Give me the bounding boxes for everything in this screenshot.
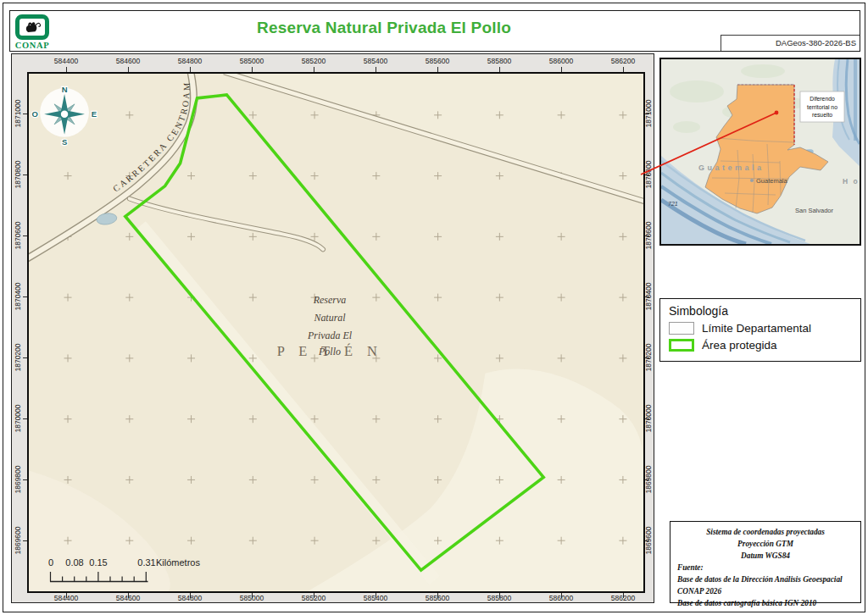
grid-label-y-left: 1870800: [14, 160, 22, 188]
grid-label-x-top: 585200: [302, 57, 326, 65]
datum-line: Datum WGS84: [677, 551, 854, 562]
grid-label-x-top: 586200: [611, 57, 635, 65]
grid-tick: [23, 296, 27, 297]
protected-area-swatch: [669, 339, 694, 352]
compass-rose-icon: N S E O: [31, 85, 97, 147]
grid-tick: [623, 593, 624, 598]
grid-label-y-left: 1871000: [14, 99, 22, 127]
scalebar-label-015: 0.15: [89, 557, 107, 568]
grid-label-x-top: 585000: [240, 57, 264, 65]
source-line-1: Base de datos de la Dirección Análisis G…: [677, 574, 854, 586]
svg-text:Pollo: Pollo: [318, 346, 341, 357]
svg-text:territorial no: territorial no: [807, 104, 837, 110]
grid-tick: [23, 175, 27, 175]
grid-tick: [252, 67, 253, 72]
svg-text:resuelto: resuelto: [812, 112, 832, 118]
svg-text:E: E: [92, 109, 97, 119]
inset-country-label: Guatemala: [698, 163, 765, 172]
legend-box: Simbología Límite Departamental Área pro…: [659, 298, 861, 362]
grid-label-x-top: 585600: [426, 57, 449, 65]
grid-tick: [376, 67, 376, 72]
grid-tick: [499, 67, 500, 72]
scalebar-label-008: 0.08: [65, 557, 83, 568]
header-bar: CONAP Reserva Natural Privada El Pollo D…: [9, 10, 860, 52]
svg-text:Natural: Natural: [313, 312, 346, 324]
page-title: Reserva Natural Privada El Pollo: [10, 19, 758, 37]
grid-label-y-left: 1870000: [14, 404, 22, 432]
source-heading: Fuente:: [677, 562, 854, 574]
grid-tick: [66, 67, 67, 72]
inset-road-number: 721: [668, 201, 678, 207]
grid-tick: [645, 418, 649, 419]
grid-label-x-top: 584600: [116, 57, 140, 65]
scalebar: [49, 569, 151, 583]
svg-text:O: O: [31, 109, 37, 119]
map-drawing: CARRETERA CENTROAME P E T É N Reserva Na…: [29, 74, 643, 591]
grid-tick: [645, 357, 649, 358]
grid-tick: [645, 540, 649, 541]
inset-san-salvador-label: San Salvador: [795, 207, 834, 214]
grid-tick: [252, 593, 253, 598]
inset-locator-map: Diferendo territorial no resuelto Guatem…: [659, 58, 861, 246]
crs-line: Sistema de coordenadas proyectadas: [677, 527, 854, 539]
legend-item-label: Área protegida: [702, 339, 777, 352]
grid-tick: [645, 235, 649, 236]
grid-tick: [23, 235, 27, 236]
grid-label-x-top: 585400: [364, 57, 387, 65]
grid-tick: [376, 593, 376, 598]
map-layout-page: CONAP Reserva Natural Privada El Pollo D…: [0, 0, 868, 615]
legend-item-label: Límite Departamental: [702, 322, 811, 335]
grid-label-x-top: 585800: [487, 57, 511, 65]
projection-line: Proyección GTM: [677, 539, 854, 551]
scalebar-label-031: 0.31: [137, 557, 155, 568]
credits-box: Sistema de coordenadas proyectadas Proye…: [670, 521, 861, 603]
grid-tick: [23, 540, 27, 541]
grid-tick: [645, 114, 649, 114]
grid-tick: [128, 67, 129, 72]
map-frame: CARRETERA CENTROAME P E T É N Reserva Na…: [11, 53, 654, 603]
grid-tick: [23, 479, 27, 480]
grid-tick: [23, 114, 27, 114]
grid-tick: [499, 593, 500, 598]
grid-tick: [561, 67, 562, 72]
document-id: DAGeos-380-2026-BS: [721, 35, 860, 51]
grid-tick: [437, 593, 438, 598]
svg-text:Reserva: Reserva: [313, 294, 347, 306]
conap-logo-label: CONAP: [10, 41, 54, 50]
grid-label-y-left: 1870200: [14, 343, 22, 371]
grid-tick: [190, 67, 191, 72]
grid-tick: [645, 296, 649, 297]
legend-title: Simbología: [669, 304, 852, 318]
source-line-3: Base de datos cartografía básica IGN 201…: [677, 598, 854, 610]
grid-tick: [23, 418, 27, 419]
grid-tick: [623, 67, 624, 72]
inset-capital-dot: [750, 179, 754, 182]
grid-label-x-top: 584800: [178, 57, 202, 65]
legend-item-protected-area: Área protegida: [669, 339, 852, 352]
legend-item-departmental: Límite Departamental: [669, 322, 852, 335]
grid-label-y-left: 1870400: [14, 282, 22, 310]
grid-label-y-left: 1869800: [14, 465, 22, 493]
grid-tick: [23, 357, 27, 358]
grid-label-y-left: 1870600: [14, 221, 22, 249]
grid-tick: [66, 593, 67, 598]
grid-tick: [561, 593, 562, 598]
map-canvas: CARRETERA CENTROAME P E T É N Reserva Na…: [27, 72, 645, 593]
grid-tick: [645, 479, 649, 480]
grid-label-x-top: 584400: [54, 57, 78, 65]
inset-honduras-label: H o: [843, 177, 860, 186]
svg-text:Privada El: Privada El: [307, 330, 353, 341]
grid-tick: [314, 67, 314, 72]
svg-text:N: N: [62, 85, 68, 94]
grid-label-y-left: 1869600: [14, 526, 22, 554]
departmental-boundary-swatch: [669, 322, 694, 335]
scalebar-unit: Kilómetros: [156, 557, 200, 568]
grid-tick: [645, 175, 649, 175]
grid-tick: [437, 67, 438, 72]
grid-tick: [314, 593, 314, 598]
grid-tick: [190, 593, 191, 598]
scalebar-label-0: 0: [48, 557, 53, 568]
grid-label-x-top: 586000: [549, 57, 573, 65]
inset-capital-label: Guatemala: [756, 177, 788, 185]
inset-drawing: Diferendo territorial no resuelto Guatem…: [661, 59, 860, 244]
